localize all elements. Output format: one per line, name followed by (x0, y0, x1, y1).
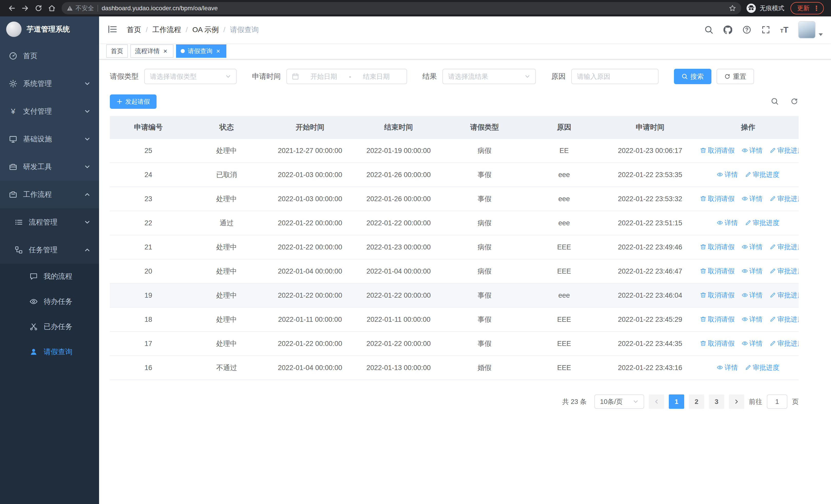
sidebar-item-leave-query[interactable]: 请假查询 (0, 339, 99, 364)
chevron-down-icon (84, 108, 90, 114)
help-icon[interactable] (742, 25, 751, 34)
app-logo[interactable]: 芋道管理系统 (0, 17, 99, 42)
cancel-leave-link[interactable]: 取消请假 (700, 291, 735, 300)
search-button[interactable]: 搜索 (674, 69, 711, 84)
avatar[interactable] (798, 21, 815, 38)
approval-progress-link[interactable]: 审批进度 (770, 291, 799, 300)
start-date-input[interactable]: 开始日期 (299, 72, 349, 81)
forward-icon[interactable] (19, 2, 32, 15)
cell-leave-type: 病假 (443, 211, 525, 235)
column-header-reason: 原因 (525, 116, 603, 139)
cell-end-time: 2022-01-22 00:00:00 (354, 211, 443, 235)
font-size-icon[interactable]: TT (780, 25, 789, 35)
prev-page-button[interactable] (649, 394, 664, 409)
reload-icon[interactable] (32, 2, 45, 15)
tab-process-detail[interactable]: 流程详情 × (131, 45, 173, 58)
table-row: 23 处理中 2022-01-03 00:00:00 2022-01-26 00… (110, 187, 799, 211)
not-secure-warning-icon[interactable] (67, 5, 73, 11)
sidebar-item-done-tasks[interactable]: 已办任务 (0, 314, 99, 339)
breadcrumb: 首页 / 工作流程 / OA 示例 / 请假查询 (127, 25, 259, 35)
sidebar-item-home[interactable]: 首页 (0, 42, 99, 70)
logo-avatar (6, 22, 22, 37)
breadcrumb-item-workflow[interactable]: 工作流程 (152, 25, 181, 35)
menu-fold-icon[interactable] (107, 24, 119, 35)
bookmark-star-icon[interactable] (729, 5, 736, 12)
detail-link[interactable]: 详情 (742, 315, 763, 324)
sidebar-item-system-management[interactable]: 系统管理 (0, 70, 99, 97)
address-bar[interactable]: 不安全 dashboard.yudao.iocoder.cn/bpm/oa/le… (62, 2, 741, 14)
tab-leave-query[interactable]: 请假查询 × (176, 45, 226, 58)
breadcrumb-item-home[interactable]: 首页 (127, 25, 141, 35)
next-page-button[interactable] (729, 394, 744, 409)
chevron-down-icon (84, 81, 90, 87)
column-header-start: 开始时间 (266, 116, 354, 139)
detail-link[interactable]: 详情 (742, 267, 763, 276)
sidebar-item-workflow[interactable]: 工作流程 (0, 181, 99, 208)
reset-button[interactable]: 重置 (717, 69, 754, 84)
cancel-leave-link[interactable]: 取消请假 (700, 315, 735, 324)
approval-progress-link[interactable]: 审批进度 (745, 363, 779, 372)
cancel-leave-link[interactable]: 取消请假 (700, 267, 735, 276)
github-icon[interactable] (723, 25, 733, 34)
back-icon[interactable] (5, 2, 19, 15)
detail-link[interactable]: 详情 (717, 363, 738, 372)
approval-progress-link[interactable]: 审批进度 (770, 267, 799, 276)
tab-home[interactable]: 首页 (106, 45, 128, 58)
reason-input[interactable]: 请输入原因 (571, 69, 659, 84)
browser-menu-kebab-icon[interactable]: ⋮ (813, 4, 820, 12)
goto-page-input[interactable]: 1 (767, 394, 787, 409)
cell-leave-type: 病假 (443, 259, 525, 283)
result-select[interactable]: 请选择流结果 (442, 69, 536, 84)
header-search-icon[interactable] (704, 25, 713, 34)
cancel-leave-link[interactable]: 取消请假 (700, 194, 735, 203)
approval-progress-link[interactable]: 审批进度 (745, 170, 779, 179)
approval-progress-link[interactable]: 审批进度 (770, 315, 799, 324)
detail-link[interactable]: 详情 (742, 194, 763, 203)
close-icon[interactable]: × (162, 48, 169, 55)
app-header: 首页 / 工作流程 / OA 示例 / 请假查询 TT (99, 17, 831, 43)
user-menu[interactable] (798, 21, 823, 38)
create-leave-button[interactable]: 发起请假 (110, 94, 156, 109)
cancel-leave-link[interactable]: 取消请假 (700, 146, 735, 155)
approval-progress-link[interactable]: 审批进度 (770, 146, 799, 155)
column-header-status: 状态 (187, 116, 266, 139)
close-icon[interactable]: × (214, 48, 222, 55)
url-text[interactable]: dashboard.yudao.iocoder.cn/bpm/oa/leave (102, 5, 218, 12)
detail-link[interactable]: 详情 (742, 146, 763, 155)
cell-status: 处理中 (187, 235, 266, 259)
detail-link[interactable]: 详情 (742, 339, 763, 348)
sidebar-menu: 首页 系统管理 ¥ 支付管理 基础设施 (0, 42, 99, 364)
toggle-search-icon[interactable] (771, 97, 779, 106)
detail-link[interactable]: 详情 (742, 242, 763, 251)
sidebar-item-dev-tools[interactable]: 研发工具 (0, 153, 99, 181)
apply-time-range-picker[interactable]: 开始日期 - 结束日期 (286, 69, 407, 84)
cancel-leave-link[interactable]: 取消请假 (700, 242, 735, 251)
sidebar-item-infrastructure[interactable]: 基础设施 (0, 125, 99, 153)
home-icon[interactable] (45, 2, 58, 15)
fullscreen-icon[interactable] (761, 25, 770, 34)
detail-link[interactable]: 详情 (742, 291, 763, 300)
urlbar-divider (97, 5, 98, 11)
approval-progress-link[interactable]: 审批进度 (770, 339, 799, 348)
detail-link[interactable]: 详情 (717, 218, 738, 227)
approval-progress-link[interactable]: 审批进度 (745, 218, 779, 227)
sidebar-item-payment-management[interactable]: ¥ 支付管理 (0, 97, 99, 125)
sidebar-item-todo-tasks[interactable]: 待办任务 (0, 289, 99, 314)
approval-progress-link[interactable]: 审批进度 (770, 242, 799, 251)
cancel-leave-link[interactable]: 取消请假 (700, 339, 735, 348)
detail-link[interactable]: 详情 (717, 170, 738, 179)
approval-progress-link[interactable]: 审批进度 (770, 194, 799, 203)
browser-update-button[interactable]: 更新 ⋮ (791, 2, 824, 14)
sidebar-item-my-process[interactable]: 我的流程 (0, 264, 99, 289)
sidebar-item-process-management[interactable]: 流程管理 (0, 208, 99, 236)
end-date-input[interactable]: 结束日期 (351, 72, 401, 81)
leave-type-select[interactable]: 请选择请假类型 (144, 69, 237, 84)
breadcrumb-item-oa-example[interactable]: OA 示例 (193, 25, 219, 35)
page-size-select[interactable]: 10条/页 (594, 394, 644, 409)
chat-bubble-icon (29, 272, 38, 281)
refresh-table-icon[interactable] (791, 97, 799, 106)
page-button-2[interactable]: 2 (689, 394, 704, 409)
page-button-3[interactable]: 3 (709, 394, 724, 409)
page-button-1[interactable]: 1 (669, 394, 684, 409)
sidebar-item-task-management[interactable]: 任务管理 (0, 236, 99, 264)
